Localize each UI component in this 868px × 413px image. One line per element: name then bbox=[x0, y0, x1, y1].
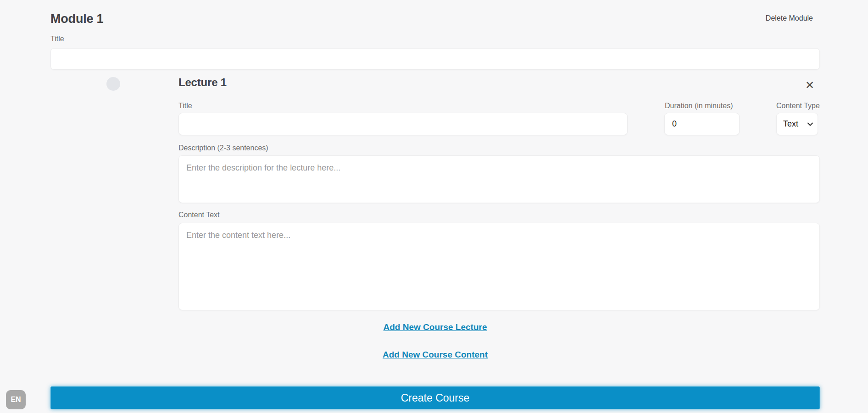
description-label: Description (2-3 sentences) bbox=[178, 144, 268, 152]
lecture-title-label: Title bbox=[178, 102, 192, 110]
add-new-course-content-link[interactable]: Add New Course Content bbox=[383, 350, 488, 359]
chevron-down-icon bbox=[807, 122, 813, 126]
duration-input[interactable] bbox=[664, 113, 740, 135]
language-badge[interactable]: EN bbox=[6, 390, 26, 409]
lecture-drag-handle[interactable] bbox=[106, 77, 120, 91]
content-text-label: Content Text bbox=[178, 211, 220, 219]
add-new-course-lecture-link[interactable]: Add New Course Lecture bbox=[384, 322, 487, 332]
close-icon[interactable]: ✕ bbox=[802, 77, 818, 93]
create-course-button[interactable]: Create Course bbox=[50, 386, 820, 409]
delete-module-button[interactable]: Delete Module bbox=[766, 14, 813, 22]
module-title-label: Title bbox=[50, 35, 64, 43]
lecture-title-input[interactable] bbox=[178, 113, 628, 135]
module-title-input[interactable] bbox=[50, 48, 820, 70]
content-type-select[interactable]: Text bbox=[776, 113, 818, 135]
content-type-value: Text bbox=[783, 119, 798, 129]
content-text-textarea[interactable] bbox=[178, 223, 820, 310]
duration-label: Duration (in minutes) bbox=[665, 102, 733, 110]
module-heading: Module 1 bbox=[50, 12, 103, 26]
description-textarea[interactable] bbox=[178, 155, 820, 203]
lecture-heading: Lecture 1 bbox=[178, 76, 227, 89]
content-type-label: Content Type bbox=[776, 102, 820, 110]
